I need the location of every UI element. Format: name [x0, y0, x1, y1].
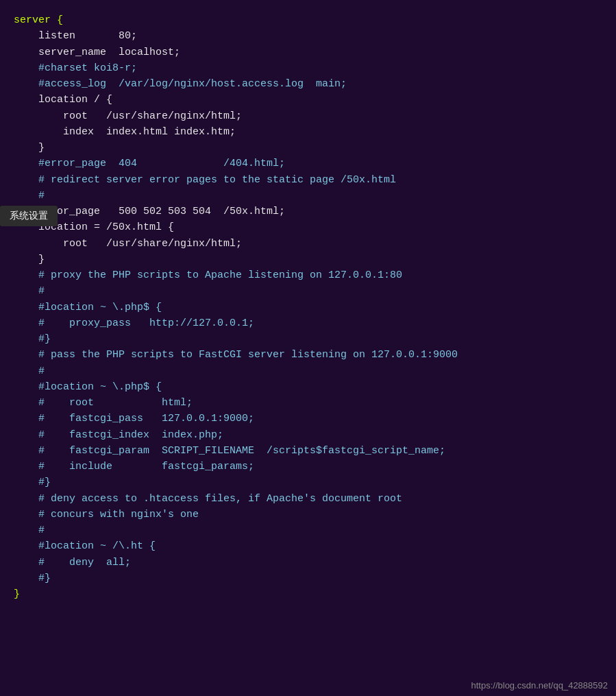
code-line: # pass the PHP scripts to FastCGI server… — [0, 347, 616, 363]
code-line: # root html; — [0, 395, 616, 411]
code-line: # fastcgi_index index.php; — [0, 427, 616, 443]
code-line: } — [0, 586, 616, 602]
code-line: #location ~ \.php$ { — [0, 379, 616, 395]
code-line: # fastcgi_pass 127.0.0.1:9000; — [0, 411, 616, 427]
code-line: # — [0, 283, 616, 299]
code-line: #location ~ /\.ht { — [0, 538, 616, 554]
code-line: # proxy the PHP scripts to Apache listen… — [0, 267, 616, 283]
code-line: root /usr/share/nginx/html; — [0, 236, 616, 252]
code-line: # deny all; — [0, 555, 616, 571]
code-line: # concurs with nginx's one — [0, 507, 616, 523]
code-line: # deny access to .htaccess files, if Apa… — [0, 491, 616, 507]
code-line: index index.html index.htm; — [0, 124, 616, 140]
code-line: #charset koi8-r; — [0, 60, 616, 76]
tooltip-label: 系统设置 — [10, 210, 48, 221]
code-line: location = /50x.html { — [0, 219, 616, 235]
code-line: # include fastcgi_params; — [0, 459, 616, 475]
code-line: #access_log /var/log/nginx/host.access.l… — [0, 76, 616, 92]
code-line: #error_page 404 /404.html; — [0, 156, 616, 171]
tooltip-box: 系统设置 — [0, 206, 58, 226]
code-line: # — [0, 523, 616, 538]
watermark: https://blog.csdn.net/qq_42888592 — [471, 680, 608, 691]
code-line: # fastcgi_param SCRIPT_FILENAME /scripts… — [0, 443, 616, 459]
code-line: # proxy_pass http://127.0.0.1; — [0, 315, 616, 331]
code-line: listen 80; — [0, 28, 616, 44]
code-line: } — [0, 252, 616, 267]
code-line: error_page 500 502 503 504 /50x.html; — [0, 204, 616, 219]
code-line: #location ~ \.php$ { — [0, 300, 616, 315]
code-line: # redirect server error pages to the sta… — [0, 172, 616, 188]
code-line: #} — [0, 475, 616, 490]
code-line: location / { — [0, 92, 616, 108]
code-editor: server { listen 80; server_name localhos… — [0, 0, 616, 696]
code-line: server { — [0, 12, 616, 28]
code-line: } — [0, 140, 616, 156]
code-line: # — [0, 188, 616, 204]
code-block: server { listen 80; server_name localhos… — [0, 8, 616, 602]
code-line: #} — [0, 571, 616, 586]
code-line: # — [0, 363, 616, 379]
code-line: #} — [0, 331, 616, 347]
code-line: server_name localhost; — [0, 45, 616, 60]
code-line: root /usr/share/nginx/html; — [0, 108, 616, 124]
